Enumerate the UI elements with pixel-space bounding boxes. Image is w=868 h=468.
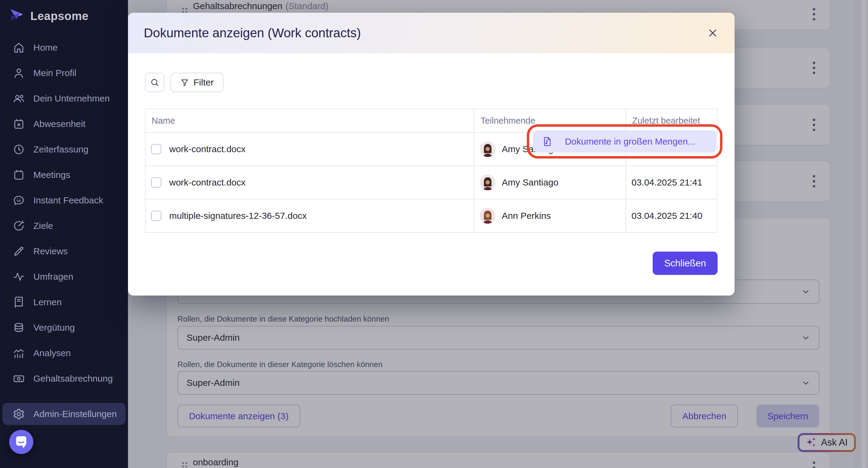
sidebar-item-label: Analysen: [33, 348, 71, 358]
sidebar-item-label: Meetings: [33, 170, 70, 180]
sidebar-item-icon: [13, 220, 25, 232]
modal-title: Dokumente anzeigen (Work contracts): [144, 26, 361, 40]
sidebar-item-abwesenheit[interactable]: Abwesenheit: [0, 111, 128, 137]
app-name: Leapsome: [30, 10, 89, 23]
sidebar-item-label: Ziele: [33, 221, 53, 231]
sidebar-nav: Home Mein Profil Dein Unternehmen Abwese…: [0, 35, 128, 391]
row-checkbox[interactable]: [151, 177, 161, 188]
sidebar-item-icon: [13, 169, 25, 181]
sidebar-item-verguetung[interactable]: Vergütung: [0, 315, 128, 340]
filter-label: Filter: [193, 77, 214, 88]
sidebar-item-label: Zeiterfassung: [33, 144, 89, 155]
sidebar-item-label: Admin-Einstellungen: [33, 409, 117, 419]
sidebar-item-icon: [13, 41, 25, 54]
sidebar-item-mein-profil[interactable]: Mein Profil: [0, 60, 128, 86]
annotation-highlight-box: Dokumente in großen Mengen...: [527, 124, 722, 159]
sidebar-item-icon: [13, 143, 25, 156]
sidebar-item-instant-feedback[interactable]: Instant Feedback: [0, 188, 128, 213]
table-row[interactable]: work-contract.docx Amy Santiago 03.04.20…: [145, 166, 717, 199]
sidebar-item-icon: [13, 271, 25, 283]
sidebar-item-admin-einstellungen[interactable]: Admin-Einstellungen: [2, 403, 126, 425]
avatar: [480, 141, 496, 157]
sidebar-item-icon: [13, 118, 25, 130]
sidebar-item-icon: [13, 194, 25, 206]
document-icon: [542, 136, 553, 147]
filter-icon: [180, 78, 189, 87]
sidebar: Leapsome Home Mein Profil Dein Unternehm…: [0, 0, 128, 468]
sidebar-item-meetings[interactable]: Meetings: [0, 162, 128, 188]
table-header-cell[interactable]: Name: [145, 109, 474, 132]
sidebar-item-gehaltsabrechnung[interactable]: Gehaltsabrechnung: [0, 366, 128, 391]
chat-bubble-icon: [14, 435, 28, 449]
avatar: [480, 175, 496, 190]
document-name: multiple-signatures-12-36-57.docx: [169, 211, 307, 221]
sidebar-item-dein-unternehmen[interactable]: Dein Unternehmen: [0, 86, 128, 111]
sidebar-item-label: Umfragen: [33, 272, 73, 282]
leapsome-logo-icon: [8, 8, 25, 24]
close-icon[interactable]: [707, 27, 719, 39]
sidebar-item-label: Home: [33, 42, 58, 53]
sidebar-item-umfragen[interactable]: Umfragen: [0, 264, 128, 290]
bulk-documents-button[interactable]: Dokumente in großen Mengen...: [533, 130, 716, 153]
row-checkbox[interactable]: [151, 211, 161, 221]
sidebar-item-label: Vergütung: [33, 323, 75, 333]
sidebar-item-icon: [13, 245, 25, 257]
modal-body: Filter Dokumente in großen Mengen... Nam…: [128, 72, 735, 275]
filter-button[interactable]: Filter: [170, 73, 223, 92]
avatar: [480, 208, 496, 224]
table-row[interactable]: multiple-signatures-12-36-57.docx Ann Pe…: [145, 199, 717, 232]
sidebar-item-icon: [13, 347, 25, 359]
sidebar-item-analysen[interactable]: Analysen: [0, 340, 128, 366]
search-icon: [150, 77, 159, 87]
participant-name: Ann Perkins: [502, 211, 551, 221]
participant-name: Amy Santiago: [502, 177, 558, 188]
sidebar-item-lernen[interactable]: Lernen: [0, 290, 128, 315]
last-edited-timestamp: 03.04.2025 21:41: [626, 166, 717, 199]
sidebar-item-reviews[interactable]: Reviews: [0, 239, 128, 264]
sidebar-item-zeiterfassung[interactable]: Zeiterfassung: [0, 137, 128, 162]
sidebar-item-icon: [13, 67, 25, 79]
sidebar-item-icon: [13, 296, 25, 308]
row-checkbox[interactable]: [151, 144, 161, 154]
sidebar-item-home[interactable]: Home: [0, 35, 128, 60]
document-name: work-contract.docx: [169, 177, 246, 188]
sidebar-item-label: Mein Profil: [33, 68, 76, 78]
sidebar-item-icon: [13, 322, 25, 334]
document-name: work-contract.docx: [169, 144, 246, 154]
modal-footer: Schließen: [145, 252, 718, 275]
sidebar-item-label: Reviews: [33, 246, 68, 257]
sidebar-item-icon: [13, 372, 25, 385]
gear-icon: [13, 408, 25, 420]
sidebar-item-label: Instant Feedback: [33, 195, 103, 205]
last-edited-timestamp: 03.04.2025 21:40: [626, 199, 717, 232]
sidebar-item-label: Gehaltsabrechnung: [33, 373, 113, 384]
sidebar-item-label: Dein Unternehmen: [33, 93, 110, 104]
modal-toolbar: Filter: [145, 72, 718, 93]
modal-header: Dokumente anzeigen (Work contracts): [128, 13, 735, 53]
bulk-documents-label: Dokumente in großen Mengen...: [553, 136, 707, 147]
sidebar-item-label: Lernen: [33, 297, 62, 307]
modal-close-button[interactable]: Schließen: [653, 252, 718, 275]
sidebar-item-ziele[interactable]: Ziele: [0, 213, 128, 239]
documents-modal: Dokumente anzeigen (Work contracts) Filt…: [128, 13, 735, 296]
sidebar-item-label: Abwesenheit: [33, 119, 86, 129]
search-button[interactable]: [145, 73, 164, 92]
sidebar-item-icon: [13, 93, 25, 105]
chat-messenger-button[interactable]: [9, 430, 33, 454]
app-logo[interactable]: Leapsome: [0, 0, 128, 24]
